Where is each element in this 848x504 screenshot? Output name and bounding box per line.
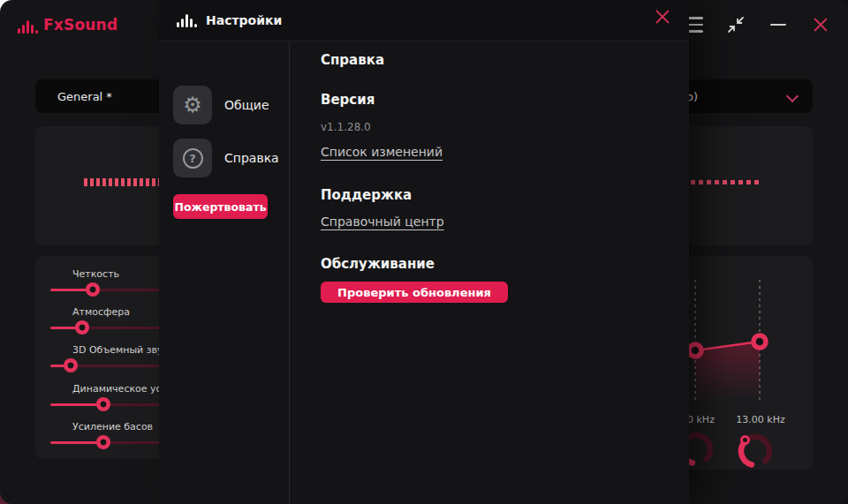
fxsound-logo: FxSound <box>18 16 117 34</box>
sidebar-item-general[interactable]: ⚙ Общие <box>173 86 269 124</box>
support-section-title: Поддержка <box>321 187 412 203</box>
minimize-button[interactable] <box>767 13 790 36</box>
spectrum-dashes <box>84 178 170 186</box>
sidebar-item-label: Справка <box>224 151 279 165</box>
slider-handle[interactable] <box>96 435 110 449</box>
minimize-icon <box>770 24 786 26</box>
ambience-slider[interactable] <box>50 320 168 335</box>
sidebar-item-help[interactable]: ? Справка <box>173 139 279 177</box>
check-updates-button[interactable]: Проверить обновления <box>321 282 508 303</box>
close-icon <box>813 17 829 33</box>
eq-point-2[interactable] <box>753 335 766 348</box>
close-window-button[interactable] <box>809 13 832 36</box>
equalizer-bars-icon <box>177 14 197 27</box>
slider-fill <box>50 441 103 444</box>
preset-dropdown-value: General * <box>57 90 112 103</box>
dynamic-boost-slider[interactable] <box>50 397 168 411</box>
eq-point-1[interactable] <box>689 344 701 357</box>
collapse-arrows-icon <box>726 15 746 34</box>
eq-band-label: 0 kHz <box>687 414 715 425</box>
sidebar-item-label: Общие <box>224 98 269 112</box>
settings-dialog: Настройки ⚙ Общие ? Справка Пожертвовать… <box>159 0 689 504</box>
logo-text: FxSound <box>43 16 117 34</box>
page-title: Справка <box>321 52 384 68</box>
slider-label: Усиление басов <box>72 421 153 433</box>
slider-handle[interactable] <box>75 320 89 335</box>
spectrum-visualizer-left <box>35 126 168 245</box>
help-center-link[interactable]: Справочный центр <box>321 214 444 229</box>
slider-label: Атмосфера <box>72 306 130 318</box>
slider-handle[interactable] <box>64 358 78 372</box>
help-content: Справка Версия v1.1.28.0 Список изменени… <box>321 41 689 504</box>
changelog-link[interactable]: Список изменений <box>321 145 443 159</box>
dialog-title: Настройки <box>206 13 282 27</box>
compact-mode-button[interactable] <box>724 13 747 36</box>
slider-handle[interactable] <box>86 282 100 297</box>
gear-icon: ⚙ <box>173 86 212 124</box>
slider-handle[interactable] <box>96 397 110 411</box>
surround-slider[interactable] <box>50 358 168 372</box>
effects-sliders-panel: Четкость Атмосфера 3D Объемный звук Дина… <box>35 256 168 459</box>
eq-knob-2[interactable] <box>741 437 769 465</box>
version-section-title: Версия <box>321 92 375 108</box>
bass-boost-slider[interactable] <box>50 435 168 449</box>
preset-dropdown[interactable]: General * <box>35 79 168 113</box>
fxsound-window: FxSound General * <box>0 0 848 504</box>
eq-band-label: 13.00 kHz <box>725 414 796 425</box>
window-controls <box>682 0 848 49</box>
slider-label: Четкость <box>72 268 119 280</box>
clarity-slider[interactable] <box>50 282 168 297</box>
slider-fill <box>50 403 103 406</box>
sidebar-divider <box>289 41 290 504</box>
close-dialog-button[interactable] <box>655 9 670 25</box>
maintenance-section-title: Обслуживание <box>321 256 435 272</box>
slider-label: 3D Объемный звук <box>72 344 169 356</box>
version-value: v1.1.28.0 <box>321 121 371 133</box>
chevron-down-icon <box>788 92 797 101</box>
settings-dialog-header: Настройки <box>159 0 689 41</box>
equalizer-bars-icon <box>18 20 38 34</box>
donate-button[interactable]: Пожертвовать <box>173 194 268 219</box>
question-icon: ? <box>173 139 212 177</box>
